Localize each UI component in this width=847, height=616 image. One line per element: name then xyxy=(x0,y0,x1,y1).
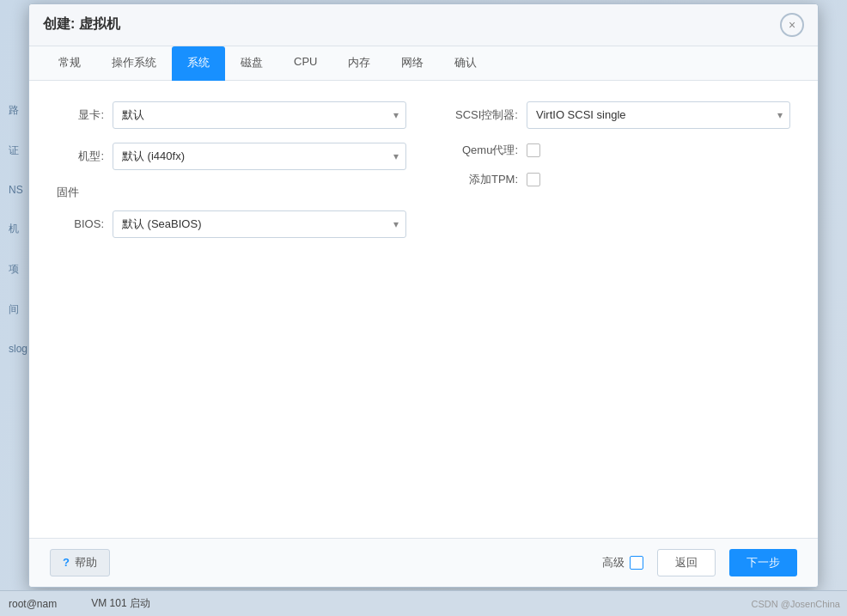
advanced-area: 高级 xyxy=(602,555,643,570)
tab-network[interactable]: 网络 xyxy=(386,46,439,81)
display-card-value: 默认 xyxy=(122,107,144,123)
modal-footer: ? 帮助 高级 返回 下一步 xyxy=(29,538,818,587)
scsi-row: SCSI控制器: VirtIO SCSI single xyxy=(441,101,790,129)
qemu-checkbox[interactable] xyxy=(527,143,540,157)
scsi-value: VirtIO SCSI single xyxy=(536,108,626,121)
right-column: SCSI控制器: VirtIO SCSI single Qemu代理: 添加TP… xyxy=(441,101,790,517)
taskbar: root@nam VM 101 启动 xyxy=(0,590,847,616)
bios-row: BIOS: 默认 (SeaBIOS) xyxy=(57,210,406,238)
help-button[interactable]: ? 帮助 xyxy=(50,549,110,576)
qemu-row: Qemu代理: xyxy=(441,143,790,158)
create-vm-dialog: 创建: 虚拟机 × 常规 操作系统 系统 磁盘 CPU 内存 网络 确认 xyxy=(28,3,819,588)
tab-os[interactable]: 操作系统 xyxy=(96,46,172,81)
footer-right: 高级 返回 下一步 xyxy=(602,549,797,576)
firmware-section-label: 固件 xyxy=(57,186,79,198)
next-button[interactable]: 下一步 xyxy=(729,549,797,576)
machine-type-select[interactable]: 默认 (i440fx) xyxy=(113,143,406,170)
machine-type-label: 机型: xyxy=(57,149,104,164)
display-card-row: 显卡: 默认 xyxy=(57,101,406,129)
modal-content: 显卡: 默认 机型: 默认 (i440fx) 固件 xyxy=(29,81,818,538)
add-tpm-row: 添加TPM: xyxy=(441,172,790,187)
back-button[interactable]: 返回 xyxy=(657,549,716,576)
qemu-label: Qemu代理: xyxy=(441,143,518,158)
help-label: 帮助 xyxy=(75,555,97,570)
bios-select[interactable]: 默认 (SeaBIOS) xyxy=(113,210,406,238)
help-icon: ? xyxy=(63,556,70,569)
bios-value: 默认 (SeaBIOS) xyxy=(122,217,201,232)
machine-type-value: 默认 (i440fx) xyxy=(122,149,185,164)
tab-general[interactable]: 常规 xyxy=(43,46,96,81)
display-card-label: 显卡: xyxy=(57,107,104,123)
add-tpm-label: 添加TPM: xyxy=(441,172,518,187)
tabs-bar: 常规 操作系统 系统 磁盘 CPU 内存 网络 确认 xyxy=(29,46,818,81)
modal-title: 创建: 虚拟机 xyxy=(43,15,120,34)
display-card-select[interactable]: 默认 xyxy=(113,101,406,129)
tab-confirm[interactable]: 确认 xyxy=(439,46,492,81)
bios-label: BIOS: xyxy=(57,217,104,230)
tab-memory[interactable]: 内存 xyxy=(332,46,386,81)
close-button[interactable]: × xyxy=(780,13,804,37)
taskbar-item-root: root@nam xyxy=(9,598,57,610)
watermark: CSDN @JosenChina xyxy=(752,599,841,609)
tab-cpu[interactable]: CPU xyxy=(278,46,332,81)
modal-titlebar: 创建: 虚拟机 × xyxy=(29,4,818,46)
scsi-select[interactable]: VirtIO SCSI single xyxy=(527,101,790,129)
advanced-label: 高级 xyxy=(602,555,625,570)
scsi-label: SCSI控制器: xyxy=(441,107,518,123)
tab-disk[interactable]: 磁盘 xyxy=(225,46,278,81)
add-tpm-checkbox[interactable] xyxy=(527,173,540,186)
footer-left: ? 帮助 xyxy=(50,549,110,576)
machine-type-row: 机型: 默认 (i440fx) xyxy=(57,143,406,170)
modal-overlay: 创建: 虚拟机 × 常规 操作系统 系统 磁盘 CPU 内存 网络 确认 xyxy=(0,0,847,590)
advanced-checkbox[interactable] xyxy=(630,556,643,570)
taskbar-item-vm: VM 101 启动 xyxy=(91,596,150,611)
tab-system[interactable]: 系统 xyxy=(172,46,225,81)
left-column: 显卡: 默认 机型: 默认 (i440fx) 固件 xyxy=(57,101,406,517)
